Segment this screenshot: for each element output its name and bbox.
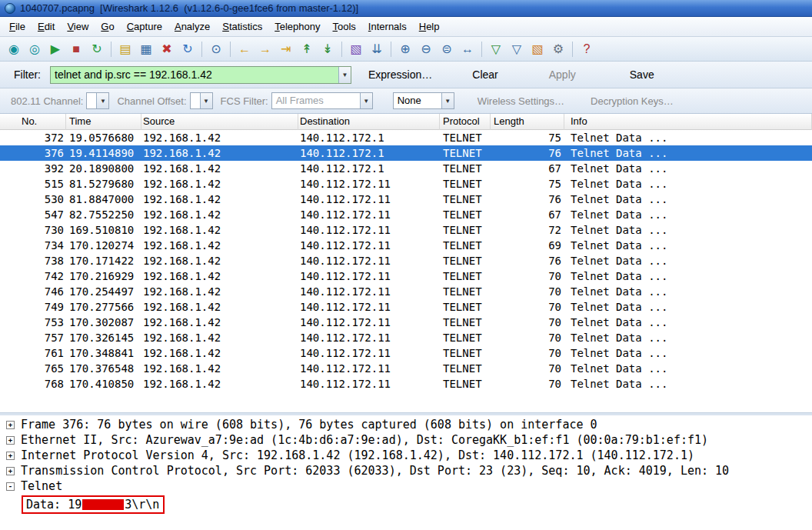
wireless-settings-button[interactable]: Wireless Settings… bbox=[471, 92, 571, 110]
packet-row[interactable]: 768170.410850192.168.1.42140.112.172.11T… bbox=[0, 376, 812, 392]
packet-row[interactable]: 37219.0576680192.168.1.42140.112.172.1TE… bbox=[0, 130, 812, 145]
channel-select[interactable]: ▼ bbox=[86, 92, 109, 109]
filter-label[interactable]: Filter: bbox=[8, 65, 47, 84]
annotation-red-box: Data: 19 3\r\n bbox=[22, 495, 165, 514]
cell-no: 753 bbox=[0, 315, 66, 330]
menu-telephony[interactable]: Telephony bbox=[268, 18, 326, 35]
zoom-out-icon[interactable]: ⊖ bbox=[416, 39, 436, 59]
detail-line[interactable]: +Frame 376: 76 bytes on wire (608 bits),… bbox=[0, 417, 812, 432]
close-file-icon[interactable]: ✖ bbox=[157, 39, 177, 59]
detail-line[interactable]: +Transmission Control Protocol, Src Port… bbox=[0, 463, 812, 478]
expand-icon[interactable]: + bbox=[6, 421, 15, 429]
cell-destination: 140.112.172.11 bbox=[298, 361, 440, 376]
stop-capture-icon[interactable]: ■ bbox=[66, 39, 86, 59]
capture-filters-icon[interactable]: ▽ bbox=[486, 39, 506, 59]
packet-row[interactable]: 54782.7552250192.168.1.42140.112.172.11T… bbox=[0, 207, 812, 222]
column-header-info[interactable]: Info bbox=[564, 114, 812, 130]
apply-button[interactable]: Apply bbox=[543, 65, 582, 84]
column-header-no[interactable]: No. bbox=[0, 114, 66, 130]
decryption-mode-value: None bbox=[394, 93, 441, 108]
menu-internals[interactable]: Internals bbox=[362, 18, 413, 35]
channel-offset-select[interactable]: ▼ bbox=[190, 92, 213, 109]
detail-line[interactable]: +Internet Protocol Version 4, Src: 192.1… bbox=[0, 448, 812, 463]
start-capture-icon[interactable]: ▶ bbox=[45, 39, 65, 59]
packet-row[interactable]: 738170.171422192.168.1.42140.112.172.11T… bbox=[0, 253, 812, 268]
filter-toolbar: Filter: ▼ Expression… Clear Apply Save bbox=[0, 62, 812, 88]
title-bar[interactable]: 1040707.pcapng [Wireshark 1.12.6 (v1.12.… bbox=[0, 0, 812, 17]
packet-row[interactable]: 730169.510810192.168.1.42140.112.172.11T… bbox=[0, 222, 812, 238]
autoscroll-icon[interactable]: ⇊ bbox=[367, 39, 387, 59]
packet-row[interactable]: 761170.348841192.168.1.42140.112.172.11T… bbox=[0, 345, 812, 361]
menu-help[interactable]: Help bbox=[413, 18, 446, 35]
cell-length: 75 bbox=[491, 176, 564, 192]
column-header-length[interactable]: Length bbox=[491, 114, 564, 130]
menu-tools[interactable]: Tools bbox=[327, 18, 362, 35]
go-to-packet-icon[interactable]: ⇥ bbox=[276, 39, 296, 59]
capture-options-icon[interactable]: ◎ bbox=[25, 39, 45, 59]
filter-history-dropdown-button[interactable]: ▼ bbox=[338, 67, 351, 83]
reload-file-icon[interactable]: ↻ bbox=[178, 39, 198, 59]
menu-file[interactable]: File bbox=[3, 18, 32, 35]
column-header-time[interactable]: Time bbox=[66, 114, 141, 130]
filter-input[interactable] bbox=[51, 67, 338, 83]
go-back-icon[interactable]: ← bbox=[235, 39, 255, 59]
packet-row[interactable]: 753170.302087192.168.1.42140.112.172.11T… bbox=[0, 315, 812, 330]
cell-time: 170.302087 bbox=[66, 315, 141, 330]
expand-icon[interactable]: + bbox=[6, 436, 15, 445]
menu-go[interactable]: Go bbox=[95, 18, 120, 35]
cell-length: 70 bbox=[491, 376, 564, 392]
packet-row[interactable]: 765170.376548192.168.1.42140.112.172.11T… bbox=[0, 361, 812, 376]
detail-line[interactable]: +Ethernet II, Src: Azurewav_a7:9e:ad (1c… bbox=[0, 432, 812, 448]
save-file-icon[interactable]: ▦ bbox=[136, 39, 156, 59]
packet-row[interactable]: 37619.4114890192.168.1.42140.112.172.1TE… bbox=[0, 145, 812, 161]
channel-label: 802.11 Channel: bbox=[11, 95, 83, 107]
menu-analyze[interactable]: Analyze bbox=[168, 18, 216, 35]
cell-protocol: TELNET bbox=[440, 192, 491, 207]
collapse-icon[interactable]: - bbox=[6, 482, 15, 491]
packet-row[interactable]: 39220.1890800192.168.1.42140.112.172.1TE… bbox=[0, 161, 812, 176]
expand-icon[interactable]: + bbox=[6, 467, 15, 475]
column-header-source[interactable]: Source bbox=[141, 114, 298, 130]
column-header-protocol[interactable]: Protocol bbox=[440, 114, 491, 130]
menu-view[interactable]: View bbox=[61, 18, 95, 35]
detail-line[interactable]: -Telnet bbox=[0, 478, 812, 494]
cell-length: 70 bbox=[491, 268, 564, 284]
go-bottom-icon[interactable]: ↡ bbox=[318, 39, 338, 59]
decryption-keys-button[interactable]: Decryption Keys… bbox=[584, 92, 680, 110]
packet-row[interactable]: 757170.326145192.168.1.42140.112.172.11T… bbox=[0, 330, 812, 345]
telnet-data-line[interactable]: Data: 19 3\r\n bbox=[0, 494, 812, 515]
expand-icon[interactable]: + bbox=[6, 452, 15, 460]
help-icon[interactable]: ? bbox=[577, 39, 597, 59]
list-interfaces-icon[interactable]: ◉ bbox=[4, 39, 24, 59]
save-button[interactable]: Save bbox=[624, 65, 661, 84]
find-packet-icon[interactable]: ⊙ bbox=[206, 39, 226, 59]
coloring-rules-icon[interactable]: ▧ bbox=[527, 39, 547, 59]
preferences-icon[interactable]: ⚙ bbox=[548, 39, 568, 59]
cell-destination: 140.112.172.11 bbox=[298, 299, 440, 315]
packet-row[interactable]: 51581.5279680192.168.1.42140.112.172.11T… bbox=[0, 176, 812, 192]
go-forward-icon[interactable]: → bbox=[255, 39, 275, 59]
restart-capture-icon[interactable]: ↻ bbox=[87, 39, 107, 59]
colorize-icon[interactable]: ▧ bbox=[346, 39, 366, 59]
cell-no: 765 bbox=[0, 361, 66, 376]
resize-columns-icon[interactable]: ↔ bbox=[458, 39, 478, 59]
menu-capture[interactable]: Capture bbox=[121, 18, 168, 35]
zoom-in-icon[interactable]: ⊕ bbox=[395, 39, 415, 59]
packet-row[interactable]: 749170.277566192.168.1.42140.112.172.11T… bbox=[0, 299, 812, 315]
packet-row[interactable]: 53081.8847000192.168.1.42140.112.172.11T… bbox=[0, 192, 812, 207]
packet-row[interactable]: 734170.120274192.168.1.42140.112.172.11T… bbox=[0, 238, 812, 253]
cell-info: Telnet Data ... bbox=[564, 345, 812, 361]
packet-row[interactable]: 746170.254497192.168.1.42140.112.172.11T… bbox=[0, 284, 812, 299]
expression-button[interactable]: Expression… bbox=[362, 65, 438, 84]
decryption-mode-select[interactable]: None ▼ bbox=[393, 92, 454, 109]
menu-statistics[interactable]: Statistics bbox=[216, 18, 268, 35]
clear-button[interactable]: Clear bbox=[466, 65, 504, 84]
open-file-icon[interactable]: ▤ bbox=[115, 39, 135, 59]
column-header-destination[interactable]: Destination bbox=[298, 114, 440, 130]
display-filters-icon[interactable]: ▽ bbox=[507, 39, 527, 59]
packet-row[interactable]: 742170.216929192.168.1.42140.112.172.11T… bbox=[0, 268, 812, 284]
menu-edit[interactable]: Edit bbox=[32, 18, 61, 35]
fcs-filter-select[interactable]: All Frames ▼ bbox=[271, 92, 373, 109]
zoom-100-icon[interactable]: ⊜ bbox=[437, 39, 457, 59]
go-top-icon[interactable]: ↟ bbox=[297, 39, 317, 59]
